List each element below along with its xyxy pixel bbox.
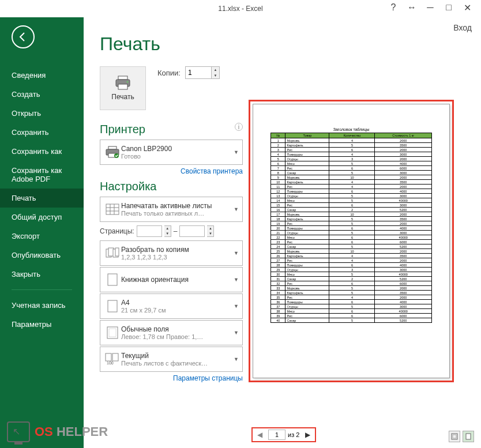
- page-navigator: ◀ из 2 ▶: [251, 427, 316, 442]
- show-margins-button[interactable]: [449, 431, 460, 442]
- table-row: 16Сахар25200: [271, 208, 432, 212]
- table-row: 28Помидоры64000: [271, 263, 432, 268]
- nav-item-5[interactable]: Сохранить как Adobe PDF: [0, 161, 84, 189]
- spinner-up-icon[interactable]: ▲: [212, 67, 219, 73]
- orientation-dropdown[interactable]: Книжная ориентация ▼: [100, 267, 243, 292]
- table-row: 13Огурцы53000: [271, 194, 432, 198]
- table-row: 3Рис62000: [271, 148, 432, 152]
- print-what-dropdown[interactable]: Напечатать активные листыПечать только а…: [100, 197, 243, 222]
- table-row: 27Рис42000: [271, 258, 432, 263]
- table-row: 22Мясо640000: [271, 235, 432, 240]
- table-row: 2Картофель53500: [271, 143, 432, 148]
- svg-point-7: [114, 153, 119, 158]
- nav-item-8[interactable]: Экспорт: [0, 227, 84, 246]
- table-row: 26Картофель43500: [271, 254, 432, 258]
- table-row: 34Картофель53500: [271, 291, 432, 295]
- svg-rect-8: [106, 204, 119, 214]
- paper-size-dropdown[interactable]: A421 см x 29,7 см ▼: [100, 293, 243, 319]
- svg-text:100: 100: [107, 361, 114, 365]
- spinner-down-icon[interactable]: ▼: [212, 73, 219, 78]
- margins-icon: [104, 326, 121, 339]
- table-row: 36Помидоры64000: [271, 300, 432, 304]
- info-icon[interactable]: i: [235, 123, 243, 131]
- page-number-input[interactable]: [268, 430, 285, 440]
- restore-icon[interactable]: □: [443, 2, 454, 13]
- nav-item-4[interactable]: Сохранить как: [0, 142, 84, 161]
- nav-item-7[interactable]: Общий доступ: [0, 208, 84, 227]
- scaling-dropdown[interactable]: 100 ТекущийПечать листов с фактическ… ▼: [100, 347, 243, 372]
- copies-spinner[interactable]: ▲▼: [185, 66, 220, 79]
- svg-point-3: [127, 81, 129, 83]
- chevron-down-icon: ▼: [231, 330, 239, 336]
- table-row: 15Рис63000: [271, 203, 432, 208]
- nav-item-6[interactable]: Печать: [0, 189, 84, 208]
- copies-input[interactable]: [186, 67, 211, 78]
- svg-rect-16: [115, 248, 119, 256]
- margins-dropdown[interactable]: Обычные поляЛевое: 1,78 см Правое: 1,… ▼: [100, 320, 243, 345]
- page-count-label: из 2: [288, 431, 299, 438]
- nav-item-3[interactable]: Сохранить: [0, 123, 84, 142]
- page-setup-link[interactable]: Параметры страницы: [100, 374, 243, 382]
- nav-item-0[interactable]: Сведения: [0, 66, 84, 85]
- minimize-icon[interactable]: ─: [424, 2, 436, 13]
- nav-bottom-item-1[interactable]: Параметры: [0, 315, 84, 334]
- printer-icon: [104, 146, 121, 159]
- nav-item-2[interactable]: Открыть: [0, 104, 84, 123]
- table-row: 33Морковь52000: [271, 286, 432, 291]
- table-row: 7Рис66000: [271, 166, 432, 171]
- sheets-icon: [104, 204, 121, 215]
- table-row: 25Морковь102000: [271, 249, 432, 254]
- table-row: 20Помидоры64000: [271, 226, 432, 231]
- help-icon[interactable]: ?: [388, 2, 399, 13]
- collate-icon: [104, 247, 121, 259]
- svg-rect-2: [118, 84, 127, 89]
- nav-item-1[interactable]: Создать: [0, 85, 84, 104]
- table-row: 10Картофель43500: [271, 180, 432, 185]
- table-row: 38Мясо640000: [271, 309, 432, 314]
- collate-dropdown[interactable]: Разобрать по копиям1,2,3 1,2,3 1,2,3 ▼: [100, 240, 243, 266]
- svg-rect-0: [118, 76, 127, 80]
- table-row: 5Огурцы32000: [271, 157, 432, 161]
- svg-rect-17: [108, 274, 117, 285]
- table-row: 6Мясо54000: [271, 161, 432, 166]
- printer-section-title: Принтер: [100, 123, 243, 136]
- print-button[interactable]: Печать: [100, 66, 146, 110]
- table-row: 12Помидоры64000: [271, 189, 432, 194]
- page-icon: [104, 300, 121, 313]
- zoom-to-page-button[interactable]: [463, 431, 474, 442]
- table-row: 31Сахар25200: [271, 277, 432, 281]
- chevron-down-icon: ▼: [231, 250, 239, 256]
- pages-from-input[interactable]: [137, 225, 162, 237]
- svg-rect-25: [453, 435, 456, 438]
- nav-bottom-item-0[interactable]: Учетная запись: [0, 296, 84, 315]
- printer-dropdown[interactable]: Canon LBP2900 Готово ▼: [100, 140, 243, 165]
- table-row: 30Мясо540000: [271, 272, 432, 277]
- next-page-button[interactable]: ▶: [302, 431, 314, 439]
- nav-item-10[interactable]: Закрыть: [0, 265, 84, 284]
- svg-rect-22: [112, 353, 118, 361]
- chevron-down-icon: ▼: [231, 303, 239, 309]
- table-row: 14Мясо540000: [271, 198, 432, 203]
- page-title: Печать: [100, 33, 243, 55]
- table-row: 35Рис42000: [271, 295, 432, 300]
- table-row: 18Картофель53500: [271, 217, 432, 221]
- pages-to-input[interactable]: [179, 225, 205, 237]
- preview-table: №ТоварКоличествоСтоимость 1 кг 1Морковь4…: [270, 133, 432, 323]
- nav-item-9[interactable]: Опубликовать: [0, 246, 84, 265]
- printer-properties-link[interactable]: Свойства принтера: [100, 167, 243, 175]
- fullscreen-icon[interactable]: ↔: [406, 2, 418, 13]
- scaling-icon: 100: [104, 353, 121, 366]
- table-row: 4Помидоры43000: [271, 152, 432, 157]
- prev-page-button[interactable]: ◀: [254, 431, 266, 439]
- svg-rect-18: [108, 300, 117, 312]
- window-title: 11.xlsx - Excel: [218, 5, 262, 13]
- backstage-sidebar: СведенияСоздатьОткрытьСохранитьСохранить…: [0, 17, 84, 448]
- chevron-down-icon: ▼: [231, 149, 239, 155]
- close-icon[interactable]: ✕: [461, 2, 473, 13]
- back-button[interactable]: [12, 25, 35, 48]
- table-row: 40Сахар55200: [271, 318, 432, 323]
- pages-label: Страницы:: [100, 227, 134, 235]
- table-row: 29Огурцы33000: [271, 268, 432, 272]
- table-row: 11Рис42000: [271, 185, 432, 189]
- svg-rect-4: [108, 146, 117, 149]
